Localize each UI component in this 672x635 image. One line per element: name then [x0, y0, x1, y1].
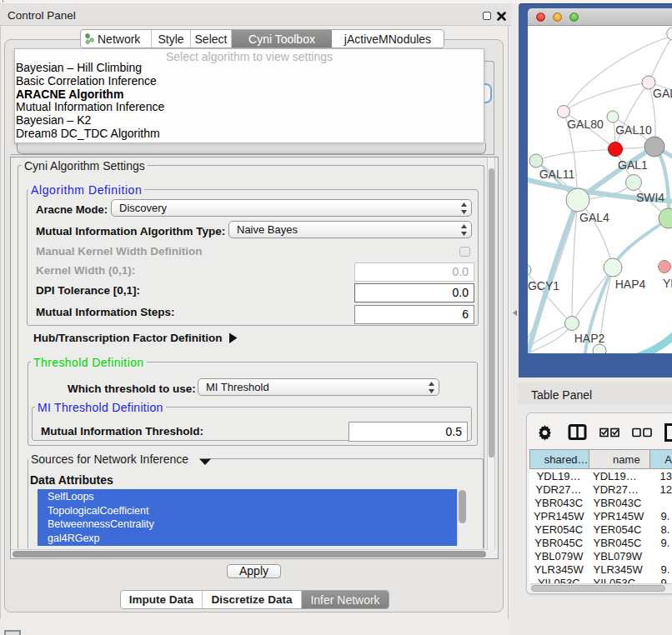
svg-text:HAP2: HAP2: [574, 332, 605, 345]
svg-text:GAL1: GAL1: [618, 158, 648, 172]
svg-text:GAL80: GAL80: [567, 118, 604, 131]
svg-text:GCY1: GCY1: [528, 279, 559, 292]
svg-text:HAP4: HAP4: [615, 278, 646, 291]
svg-text:GAL11: GAL11: [539, 168, 575, 181]
svg-text:YM: YM: [663, 277, 672, 290]
svg-text:SWI4: SWI4: [636, 191, 664, 204]
svg-text:GAL4: GAL4: [579, 211, 609, 224]
svg-text:GAL10: GAL10: [615, 123, 652, 137]
svg-text:GAL7: GAL7: [653, 87, 672, 100]
